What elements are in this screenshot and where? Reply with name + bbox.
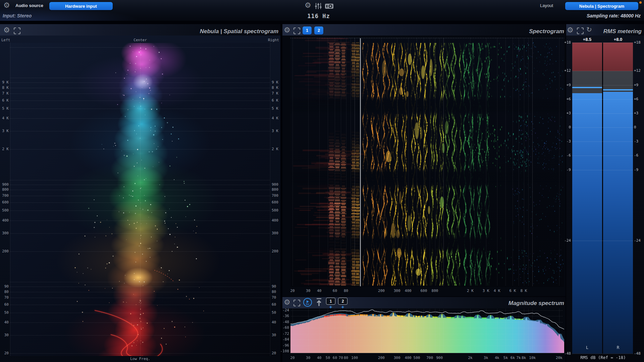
spatial-tick-left: 7 K (0, 91, 9, 96)
spatial-tick-left: 6 K (0, 98, 9, 103)
spatial-tick-right: 300 (272, 231, 282, 235)
magnitude-spectrum-plot[interactable] (290, 308, 564, 355)
magnitude-db-tick: -48 (278, 320, 289, 324)
spatial-tick-left: 90 (0, 284, 9, 289)
rms-tick-left: -24 (557, 238, 571, 243)
rms-tick-right: -6 (634, 153, 644, 158)
hardware-input-label: Hardware input (65, 4, 97, 9)
play-icon (307, 300, 309, 303)
magnitude-slot2-button[interactable]: 2 (338, 298, 347, 305)
spatial-tick-right: 900 (272, 182, 282, 187)
spectrogram-tick: 40 (313, 289, 325, 293)
rms-tick-right: +3 (634, 111, 644, 115)
spatial-fullscreen-icon[interactable] (13, 27, 21, 36)
spectrogram-panel-title: Spectrogram (529, 28, 564, 35)
rms-gridline (572, 156, 633, 156)
spatial-tick-right: 70 (272, 295, 282, 300)
rms-tick-left: +9 (557, 83, 571, 87)
view1-label: 1 (306, 28, 308, 33)
spatial-tick-left: 20 (0, 351, 9, 355)
spatial-tick-right: 7 K (272, 91, 282, 96)
magnitude-freq-tick: 20 (286, 356, 299, 360)
rms-tick-left: -6 (557, 153, 571, 158)
layout-preset-button[interactable]: Nebula | Spectrogram (565, 2, 638, 10)
magnitude-freq-tick: 500 (411, 356, 423, 360)
rms-tick-left: +6 (557, 97, 571, 101)
io-routing-icon[interactable] (325, 3, 334, 11)
magnitude-freq-tick: 30 (302, 356, 314, 360)
meter-right-red-zone (603, 43, 633, 71)
spatial-tick-left: 300 (0, 231, 9, 235)
rms-gridline (572, 43, 633, 43)
spatial-tick-right: 60 (272, 302, 282, 307)
magnitude-panel-title: Magnitude spectrum (508, 300, 564, 307)
spectrogram-view1-button[interactable]: 1 (303, 26, 312, 35)
rms-gridline (572, 71, 633, 71)
spectrogram-tick: 3 K (480, 289, 492, 293)
layout-label[interactable]: Layout (540, 3, 553, 8)
rms-tick-left: +18 (557, 40, 571, 45)
rms-tick-right: +12 (634, 68, 644, 73)
rms-reset-icon[interactable]: ↻ (586, 25, 592, 34)
spatial-spectrogram-plot[interactable] (10, 43, 270, 356)
spatial-tick-left: 9 K (0, 80, 9, 84)
sliders-icon[interactable] (315, 3, 322, 11)
spatial-tick-right: 3 K (272, 129, 282, 133)
spatial-tick-left: 70 (0, 295, 9, 300)
rms-settings-gear-icon[interactable]: ⚙ (567, 26, 574, 34)
live-play-button[interactable]: live (303, 298, 312, 307)
pan-label-right: Right (258, 38, 279, 42)
slot2-label: 2 (342, 299, 344, 304)
spatial-tick-left: 5 K (0, 106, 9, 111)
spatial-tick-left: 200 (0, 249, 9, 253)
rms-tick-right: 0 (634, 125, 644, 129)
view2-label: 2 (318, 28, 320, 33)
spatial-tick-left: 60 (0, 302, 9, 307)
rms-tick-left: -3 (557, 139, 571, 143)
top-bar: ⚙ Audio source Hardware input Input: Ste… (0, 0, 644, 21)
spatial-tick-right: 80 (272, 290, 282, 294)
spatial-tick-right: 90 (272, 284, 282, 289)
rms-tick-right: +9 (634, 83, 644, 87)
rms-tick-right: -9 (634, 168, 644, 172)
rms-gridline (572, 127, 633, 128)
magnitude-db-tick: -84 (278, 337, 289, 342)
audio-source-gear-icon[interactable]: ⚙ (3, 2, 10, 9)
rms-tick-right: +18 (634, 40, 644, 45)
sampling-rate-label: Sampling rate: 48000 Hz (587, 13, 641, 18)
magnitude-settings-gear-icon[interactable]: ⚙ (284, 299, 290, 306)
meter-left-peak-line (572, 87, 602, 88)
spatial-tick-left: 80 (0, 290, 9, 294)
spectrogram-plot[interactable] (290, 38, 564, 287)
magnitude-fullscreen-icon[interactable] (293, 299, 301, 308)
spectrogram-view2-button[interactable]: 2 (314, 26, 323, 35)
spatial-tick-left: 40 (0, 320, 9, 324)
import-curve-icon[interactable] (316, 298, 322, 308)
pan-label-center: Center (123, 38, 157, 42)
spatial-tick-left: 700 (0, 193, 9, 198)
meter-right-bar (603, 92, 633, 354)
magnitude-freq-tick: 100 (348, 356, 361, 360)
rms-gridline (572, 354, 633, 354)
hardware-input-button[interactable]: Hardware input (49, 2, 113, 10)
spectrogram-tick: 300 (391, 289, 403, 293)
app-window: ⚙ Audio source Hardware input Input: Ste… (0, 0, 644, 362)
input-status: Input: Stereo (3, 13, 32, 18)
spectrogram-tick: 2 K (464, 289, 476, 293)
spectrogram-fullscreen-icon[interactable] (293, 27, 301, 36)
magnitude-db-tick: -60 (278, 325, 289, 330)
live-label: live (306, 303, 309, 305)
magnitude-freq-tick: 20k (553, 356, 565, 360)
magnitude-slot1-button[interactable]: 1 (326, 298, 335, 305)
slot1-label: 1 (330, 299, 332, 304)
spatial-tick-left: 600 (0, 200, 9, 204)
spectrogram-panel-header (282, 24, 566, 36)
spatial-settings-gear-icon[interactable]: ⚙ (3, 26, 10, 34)
meter-left-red-zone (572, 43, 602, 71)
spectrogram-settings-gear-icon[interactable]: ⚙ (284, 26, 290, 34)
rms-fullscreen-icon[interactable] (577, 27, 584, 36)
spectrogram-tick: 60 (329, 289, 341, 293)
settings-gear-icon[interactable]: ⚙ (305, 2, 311, 9)
rms-tick-right: -24 (634, 238, 644, 243)
rms-gridline (572, 241, 633, 241)
